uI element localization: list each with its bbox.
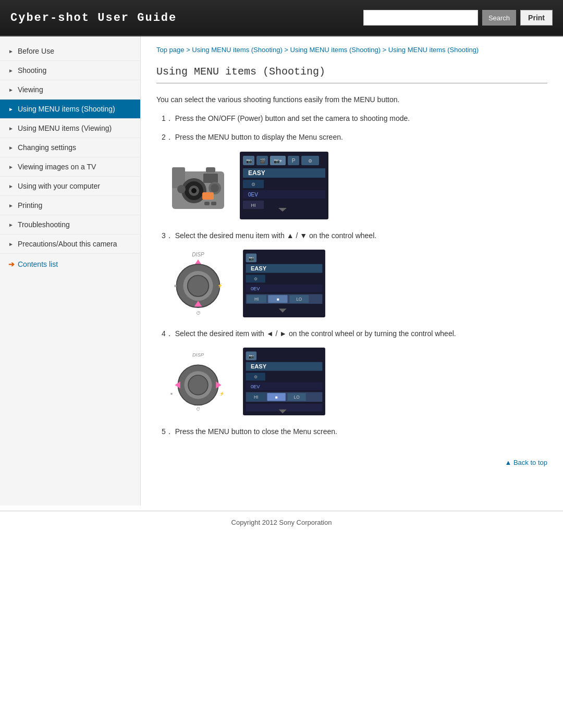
step-4-text: 4． Select the desired item with ◄ / ► on… bbox=[162, 328, 547, 339]
menu-screen-step3: 📷 EASY ⚙ 0EV HI ■ LO bbox=[240, 250, 328, 317]
sidebar-label: Using MENU items (Shooting) bbox=[18, 105, 115, 113]
svg-text:EASY: EASY bbox=[251, 265, 267, 272]
sidebar-item-using-menu-shooting[interactable]: ► Using MENU items (Shooting) bbox=[0, 100, 140, 119]
svg-text:EASY: EASY bbox=[248, 169, 265, 177]
svg-text:⚙: ⚙ bbox=[251, 182, 255, 187]
step-2-images: 📷 🎬 📷+ P ⚙ EASY ⚙ 0EV HI bbox=[167, 152, 547, 219]
control-wheel-step3: DISP ■ ⚡ ⏱ bbox=[167, 250, 229, 317]
sidebar-item-precautions[interactable]: ► Precautions/About this camera bbox=[0, 235, 140, 254]
sidebar-item-using-computer[interactable]: ► Using with your computer bbox=[0, 177, 140, 196]
sidebar-item-before-use[interactable]: ► Before Use bbox=[0, 42, 140, 61]
header: Cyber-shot User Guide Search Print bbox=[0, 0, 563, 36]
sidebar-item-printing[interactable]: ► Printing bbox=[0, 196, 140, 215]
sidebar-item-viewing-tv[interactable]: ► Viewing images on a TV bbox=[0, 157, 140, 177]
arrow-icon: ► bbox=[8, 203, 14, 208]
svg-point-6 bbox=[191, 188, 197, 193]
svg-text:■: ■ bbox=[170, 392, 173, 396]
arrow-icon: ► bbox=[8, 241, 14, 247]
svg-text:📷: 📷 bbox=[249, 256, 254, 262]
sidebar-item-troubleshooting[interactable]: ► Troubleshooting bbox=[0, 215, 140, 235]
search-input[interactable] bbox=[363, 10, 478, 26]
arrow-icon: ► bbox=[8, 126, 14, 131]
main-layout: ► Before Use ► Shooting ► Viewing ► Usin… bbox=[0, 36, 563, 505]
breadcrumb-menu-shooting-2[interactable]: Using MENU items (Shooting) bbox=[290, 46, 381, 54]
sidebar-item-shooting[interactable]: ► Shooting bbox=[0, 61, 140, 80]
svg-text:📷: 📷 bbox=[246, 158, 252, 164]
sidebar-label: Printing bbox=[18, 201, 42, 209]
step-4-images: DISP ■ ⚡ ⏱ bbox=[167, 348, 547, 415]
breadcrumb-sep: > bbox=[186, 46, 192, 54]
step-3-images: DISP ■ ⚡ ⏱ bbox=[167, 250, 547, 317]
step-4-label: Select the desired item with ◄ / ► on th… bbox=[175, 329, 456, 338]
header-controls: Search Print bbox=[363, 10, 553, 26]
svg-text:LO: LO bbox=[296, 297, 302, 302]
back-to-top[interactable]: ▲ Back to top bbox=[156, 453, 547, 466]
step-2-text: 2． Press the MENU button to display the … bbox=[162, 131, 547, 143]
sidebar-item-viewing[interactable]: ► Viewing bbox=[0, 80, 140, 100]
step-5-label: Press the MENU button to close the Menu … bbox=[175, 427, 337, 436]
svg-text:⚙: ⚙ bbox=[254, 375, 258, 380]
svg-text:📷: 📷 bbox=[249, 354, 254, 360]
svg-text:■: ■ bbox=[275, 395, 278, 400]
breadcrumb-top[interactable]: Top page bbox=[156, 46, 185, 54]
contents-list-link[interactable]: ➔ Contents list bbox=[0, 254, 140, 275]
back-to-top-link[interactable]: ▲ Back to top bbox=[505, 459, 547, 466]
site-title: Cyber-shot User Guide bbox=[10, 11, 177, 24]
page-title: Using MENU items (Shooting) bbox=[156, 66, 547, 83]
sidebar-label: Troubleshooting bbox=[18, 220, 70, 229]
step-5-text: 5． Press the MENU button to close the Me… bbox=[162, 426, 547, 437]
sidebar-item-changing-settings[interactable]: ► Changing settings bbox=[0, 138, 140, 157]
svg-rect-10 bbox=[202, 192, 214, 200]
sidebar-label: Before Use bbox=[18, 47, 54, 55]
svg-text:🎬: 🎬 bbox=[260, 158, 266, 164]
svg-text:DISP: DISP bbox=[192, 352, 204, 357]
copyright-text: Copyright 2012 Sony Corporation bbox=[231, 519, 332, 526]
svg-rect-13 bbox=[211, 202, 216, 205]
sidebar-label: Precautions/About this camera bbox=[18, 240, 117, 248]
svg-text:■: ■ bbox=[174, 283, 177, 288]
search-button[interactable]: Search bbox=[482, 10, 516, 26]
menu-screen-step4: 📷 EASY ⚙ 0EV HI ■ LO bbox=[240, 348, 328, 415]
svg-point-63 bbox=[188, 375, 208, 395]
arrow-icon: ► bbox=[8, 164, 14, 170]
svg-text:0EV: 0EV bbox=[248, 192, 258, 198]
sidebar-label: Viewing images on a TV bbox=[18, 163, 96, 171]
svg-text:■: ■ bbox=[276, 297, 279, 302]
svg-text:LO: LO bbox=[294, 395, 300, 400]
camera-illustration bbox=[167, 157, 229, 214]
contents-link-label: Contents list bbox=[18, 260, 58, 268]
arrow-icon: ► bbox=[8, 48, 14, 54]
arrow-icon: ► bbox=[8, 106, 14, 112]
arrow-icon: ► bbox=[8, 68, 14, 73]
svg-text:⚡: ⚡ bbox=[219, 391, 225, 396]
arrow-icon: ► bbox=[8, 222, 14, 228]
breadcrumb-sep3: > bbox=[383, 46, 388, 54]
svg-text:📷+: 📷+ bbox=[274, 158, 282, 164]
control-wheel-step4: DISP ■ ⚡ ⏱ bbox=[167, 348, 229, 415]
breadcrumb-current: Using MENU items (Shooting) bbox=[388, 46, 479, 54]
step-1-text: 1． Press the ON/OFF (Power) button and s… bbox=[162, 113, 547, 124]
intro-text: You can select the various shooting func… bbox=[156, 94, 547, 105]
arrow-icon: ► bbox=[8, 145, 14, 151]
arrow-icon: ► bbox=[8, 183, 14, 189]
sidebar-label: Using with your computer bbox=[18, 182, 100, 190]
svg-text:⚡: ⚡ bbox=[217, 283, 223, 289]
sidebar-label: Shooting bbox=[18, 66, 46, 75]
print-button[interactable]: Print bbox=[520, 10, 553, 26]
svg-text:HI: HI bbox=[254, 297, 259, 302]
step-2-label: Press the MENU button to display the Men… bbox=[175, 133, 343, 141]
menu-screen-step2: 📷 🎬 📷+ P ⚙ EASY ⚙ 0EV HI bbox=[240, 152, 328, 219]
arrow-right-icon: ➔ bbox=[8, 260, 15, 268]
svg-text:EASY: EASY bbox=[251, 363, 267, 369]
svg-marker-65 bbox=[216, 381, 221, 389]
footer: Copyright 2012 Sony Corporation bbox=[0, 511, 563, 534]
breadcrumb: Top page > Using MENU items (Shooting) >… bbox=[156, 45, 547, 55]
svg-text:P: P bbox=[292, 158, 296, 164]
sidebar-item-using-menu-viewing[interactable]: ► Using MENU items (Viewing) bbox=[0, 119, 140, 138]
svg-rect-12 bbox=[204, 202, 210, 205]
sidebar: ► Before Use ► Shooting ► Viewing ► Usin… bbox=[0, 36, 141, 505]
breadcrumb-menu-shooting-1[interactable]: Using MENU items (Shooting) bbox=[192, 46, 282, 54]
svg-text:⚙: ⚙ bbox=[308, 158, 312, 164]
svg-marker-64 bbox=[175, 381, 180, 389]
step-3-label: Select the desired menu item with ▲ / ▼ … bbox=[175, 231, 376, 240]
